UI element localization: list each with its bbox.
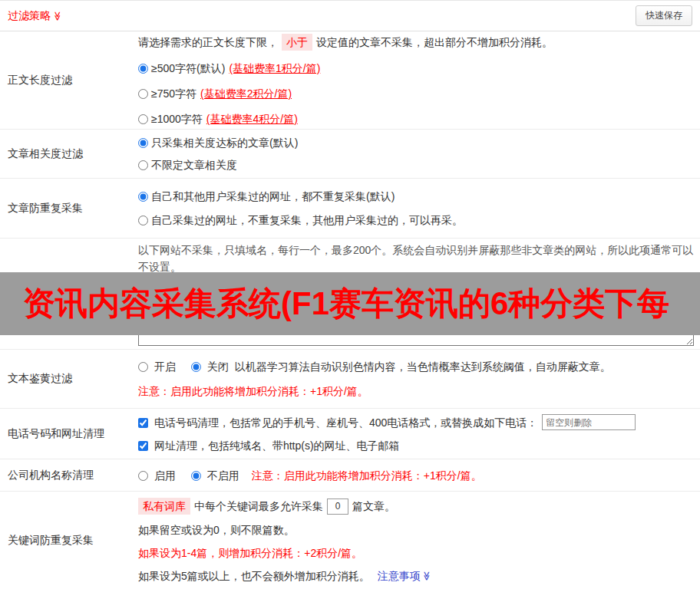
- relevance-filter-label: 文章相关度过滤: [0, 130, 138, 178]
- url-clean-line: 网址清理，包括纯域名、带http(s)的网址、电子邮箱: [138, 438, 694, 453]
- length-option-1000-fee: (基础费率4积分/篇): [206, 111, 298, 127]
- keyword-dedup-label: 关键词防重复采集: [0, 492, 138, 589]
- watermark-text: 资讯内容采集系统(F1赛车资讯的6种分类下每: [23, 282, 669, 325]
- filter-strategy-toggle[interactable]: 过滤策略 ≫: [8, 9, 63, 23]
- phone-clean-label: 电话号码清理，包括常见的手机号、座机号、400电话格式，或替换成如下电话：: [154, 416, 537, 429]
- porn-radio-off[interactable]: [191, 362, 201, 372]
- phone-url-clean-label: 电话号码和网址清理: [0, 409, 138, 459]
- url-clean-label: 网址清理，包括纯域名、带http(s)的网址、电子邮箱: [154, 439, 400, 452]
- dedup-radio-self[interactable]: [138, 216, 148, 225]
- keyword-note-cost: 如果设为1-4篇，则增加积分消耗：+2积分/篇。: [138, 545, 694, 561]
- phone-replacement-input[interactable]: [542, 414, 636, 430]
- dedup-radio-global[interactable]: [138, 192, 148, 202]
- company-clean-content: 启用 不启用 注意：启用此功能将增加积分消耗：+1积分/篇。: [138, 459, 700, 491]
- length-option-750-fee: (基础费率2积分/篇): [200, 86, 292, 101]
- keyword-limit-text: 中每个关键词最多允许采集: [194, 499, 323, 514]
- company-option-on-label: 启用: [154, 469, 176, 482]
- intro-text-after: 设定值的文章不采集，超出部分不增加积分消耗。: [316, 35, 553, 50]
- less-than-tag: 小于: [282, 34, 312, 51]
- length-radio-750[interactable]: [138, 89, 148, 99]
- phone-clean-checkbox[interactable]: [138, 418, 148, 428]
- watermark-banner: 资讯内容采集系统(F1赛车资讯的6种分类下每: [0, 272, 700, 335]
- relevance-filter-content: 只采集相关度达标的文章(默认) 不限定文章相关度: [138, 130, 700, 178]
- notice-link-label: 注意事项: [378, 568, 421, 584]
- porn-option-on[interactable]: 开启: [138, 359, 176, 374]
- length-option-500-label: ≥500字符(默认): [151, 61, 225, 76]
- body-length-intro: 请选择需求的正文长度下限， 小于 设定值的文章不采集，超出部分不增加积分消耗。: [138, 34, 694, 51]
- row-dedup-filter: 文章防重复采集 自己和其他用户采集过的网址，都不重复采集(默认) 自己采集过的网…: [0, 179, 700, 239]
- private-lexicon-tag: 私有词库: [138, 498, 190, 515]
- notice-link[interactable]: 注意事项 ≫: [378, 568, 432, 584]
- company-option-off-label: 不启用: [207, 469, 239, 482]
- site-filter-description: 以下网站不采集，只填域名，每行一个，最多200个。系统会自动识别并屏蔽那些非文章…: [138, 242, 694, 275]
- company-option-off[interactable]: 不启用: [191, 468, 239, 483]
- porn-filter-label: 文本鉴黄过滤: [0, 350, 138, 408]
- length-option-1000-label: ≥1000字符: [151, 111, 203, 127]
- row-phone-url-clean: 电话号码和网址清理 电话号码清理，包括常见的手机号、座机号、400电话格式，或替…: [0, 409, 700, 459]
- dedup-option-self[interactable]: 自己采集过的网址，不重复采集，其他用户采集过的，可以再采。: [138, 212, 694, 228]
- length-option-1000[interactable]: ≥1000字符 (基础费率4积分/篇): [138, 111, 694, 127]
- row-keyword-dedup: 关键词防重复采集 私有词库 中每个关键词最多允许采集 篇文章。 如果留空或设为0…: [0, 492, 700, 589]
- dedup-filter-content: 自己和其他用户采集过的网址，都不重复采集(默认) 自己采集过的网址，不重复采集，…: [138, 179, 700, 238]
- porn-filter-note: 注意：启用此功能将增加积分消耗：+1积分/篇。: [138, 383, 694, 399]
- row-relevance-filter: 文章相关度过滤 只采集相关度达标的文章(默认) 不限定文章相关度: [0, 130, 700, 179]
- keyword-limit-suffix: 篇文章。: [352, 499, 395, 514]
- porn-filter-description: 以机器学习算法自动识别色情内容，当色情概率达到系统阈值，自动屏蔽文章。: [235, 359, 611, 374]
- porn-option-off[interactable]: 关闭: [191, 359, 229, 374]
- length-option-750[interactable]: ≥750字符 (基础费率2积分/篇): [138, 86, 694, 101]
- length-radio-1000[interactable]: [138, 114, 148, 124]
- keyword-limit-line: 私有词库 中每个关键词最多允许采集 篇文章。: [138, 498, 694, 515]
- body-length-filter-label: 正文长度过滤: [0, 31, 138, 129]
- header: 过滤策略 ≫ 快速保存: [0, 1, 700, 31]
- company-radio-on[interactable]: [138, 471, 148, 481]
- page-title: 过滤策略: [8, 9, 51, 23]
- company-clean-label: 公司机构名称清理: [0, 459, 138, 491]
- quick-save-button[interactable]: 快速保存: [636, 5, 692, 26]
- phone-clean-line: 电话号码清理，包括常见的手机号、座机号、400电话格式，或替换成如下电话：: [138, 414, 694, 430]
- length-option-500[interactable]: ≥500字符(默认) (基础费率1积分/篇): [138, 61, 694, 76]
- company-clean-options: 启用 不启用 注意：启用此功能将增加积分消耗：+1积分/篇。: [138, 468, 694, 483]
- dedup-option-global[interactable]: 自己和其他用户采集过的网址，都不重复采集(默认): [138, 189, 694, 204]
- length-option-500-fee: (基础费率1积分/篇): [229, 61, 320, 76]
- keyword-count-input[interactable]: [327, 499, 348, 515]
- porn-filter-content: 开启 关闭 以机器学习算法自动识别色情内容，当色情概率达到系统阈值，自动屏蔽文章…: [138, 350, 700, 408]
- chevron-down-icon: ≫: [53, 11, 62, 21]
- relevance-option-any[interactable]: 不限定文章相关度: [138, 157, 694, 173]
- row-porn-filter: 文本鉴黄过滤 开启 关闭 以机器学习算法自动识别色情内容，当色情概率达到系统阈值…: [0, 350, 700, 409]
- relevance-option-strict[interactable]: 只采集相关度达标的文章(默认): [138, 135, 694, 150]
- row-company-clean: 公司机构名称清理 启用 不启用 注意：启用此功能将增加积分消耗：+1积分/篇。: [0, 459, 700, 492]
- company-clean-note: 注意：启用此功能将增加积分消耗：+1积分/篇。: [252, 468, 482, 483]
- url-clean-checkbox[interactable]: [138, 441, 148, 451]
- keyword-note-five-text: 如果设为5篇或以上，也不会额外增加积分消耗。: [138, 568, 370, 584]
- intro-text-before: 请选择需求的正文长度下限，: [138, 35, 278, 50]
- relevance-radio-strict[interactable]: [138, 138, 148, 148]
- body-length-filter-content: 请选择需求的正文长度下限， 小于 设定值的文章不采集，超出部分不增加积分消耗。 …: [138, 31, 700, 129]
- porn-option-on-label: 开启: [154, 360, 176, 373]
- company-radio-off[interactable]: [191, 471, 201, 481]
- keyword-dedup-content: 私有词库 中每个关键词最多允许采集 篇文章。 如果留空或设为0，则不限篇数。 如…: [138, 492, 700, 589]
- dedup-option-self-label: 自己采集过的网址，不重复采集，其他用户采集过的，可以再采。: [151, 212, 463, 228]
- url-clean-option[interactable]: 网址清理，包括纯域名、带http(s)的网址、电子邮箱: [138, 438, 400, 453]
- dedup-filter-label: 文章防重复采集: [0, 179, 138, 238]
- porn-radio-on[interactable]: [138, 362, 148, 372]
- phone-url-clean-content: 电话号码清理，包括常见的手机号、座机号、400电话格式，或替换成如下电话： 网址…: [138, 409, 700, 459]
- relevance-radio-any[interactable]: [138, 160, 148, 170]
- dedup-option-global-label: 自己和其他用户采集过的网址，都不重复采集(默认): [151, 189, 395, 204]
- porn-option-off-label: 关闭: [207, 360, 229, 373]
- phone-clean-option[interactable]: 电话号码清理，包括常见的手机号、座机号、400电话格式，或替换成如下电话：: [138, 415, 537, 430]
- length-option-750-label: ≥750字符: [151, 86, 196, 101]
- porn-filter-options: 开启 关闭 以机器学习算法自动识别色情内容，当色情概率达到系统阈值，自动屏蔽文章…: [138, 359, 694, 374]
- row-body-length-filter: 正文长度过滤 请选择需求的正文长度下限， 小于 设定值的文章不采集，超出部分不增…: [0, 31, 700, 130]
- keyword-note-five: 如果设为5篇或以上，也不会额外增加积分消耗。 注意事项 ≫: [138, 568, 694, 584]
- relevance-option-strict-label: 只采集相关度达标的文章(默认): [151, 135, 298, 150]
- relevance-option-any-label: 不限定文章相关度: [151, 157, 237, 173]
- length-radio-500[interactable]: [138, 64, 148, 74]
- company-option-on[interactable]: 启用: [138, 468, 176, 483]
- chevron-down-icon: ≫: [422, 571, 431, 581]
- keyword-note-unlimited: 如果留空或设为0，则不限篇数。: [138, 522, 694, 538]
